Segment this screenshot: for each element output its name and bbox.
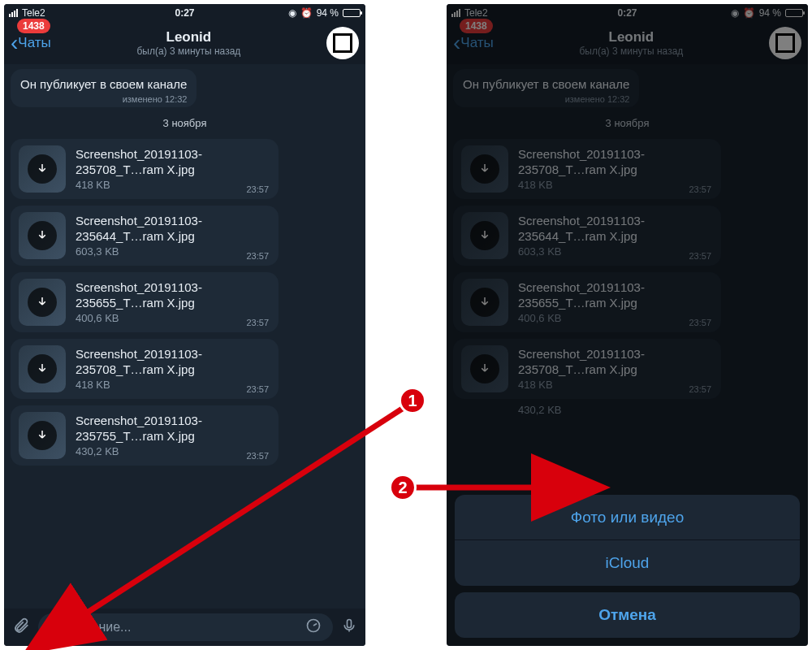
file-list: Screenshot_20191103-235708_T…ram X.jpg41… <box>11 139 359 466</box>
svg-rect-1 <box>348 620 352 628</box>
phone-screenshot-1: Tele2 0:27 ◉ ⏰ 94 % ‹ Чаты 1438 Leonid б… <box>4 4 365 646</box>
unread-badge: 1438 <box>17 19 50 33</box>
file-size: 418 KB <box>76 179 270 191</box>
file-name: Screenshot_20191103-235644_T…ram X.jpg <box>76 214 270 245</box>
file-thumbnail <box>19 145 66 193</box>
file-attachment[interactable]: Screenshot_20191103-235708_T…ram X.jpg41… <box>11 339 279 399</box>
file-attachment[interactable]: Screenshot_20191103-235655_T…ram X.jpg40… <box>11 272 279 332</box>
file-attachment[interactable]: Screenshot_20191103-235755_T…ram X.jpg43… <box>11 405 279 466</box>
avatar-image <box>333 33 352 53</box>
alarm-icon: ⏰ <box>300 7 313 19</box>
back-button[interactable]: ‹ Чаты 1438 <box>11 32 51 54</box>
download-icon[interactable] <box>28 288 57 317</box>
chat-title-block[interactable]: Leonid был(а) 3 минуты назад <box>136 29 240 57</box>
avatar[interactable] <box>326 27 359 59</box>
download-icon[interactable] <box>28 221 57 250</box>
file-size: 400,6 KB <box>76 312 270 324</box>
phone-screenshot-2: Tele2 0:27 ◉ ⏰ 94 % ‹ Чаты 1438 Leonid б… <box>447 4 808 646</box>
signal-icon <box>9 9 18 17</box>
download-icon[interactable] <box>28 154 57 184</box>
download-icon[interactable] <box>28 354 57 384</box>
attach-icon[interactable] <box>12 617 30 638</box>
message-input[interactable]: Сообщение... <box>38 613 333 641</box>
file-name: Screenshot_20191103-235708_T…ram X.jpg <box>76 347 270 378</box>
incoming-message[interactable]: Он публикует в своем канале изменено 12:… <box>11 69 197 107</box>
message-placeholder: Сообщение... <box>50 620 131 635</box>
sheet-icloud[interactable]: iCloud <box>455 540 800 586</box>
chevron-left-icon: ‹ <box>11 32 18 54</box>
file-attachment[interactable]: Screenshot_20191103-235708_T…ram X.jpg41… <box>11 139 279 199</box>
sheet-photo-video[interactable]: Фото или видео <box>455 495 800 540</box>
file-name: Screenshot_20191103-235708_T…ram X.jpg <box>76 147 270 178</box>
download-icon[interactable] <box>28 421 57 450</box>
file-time: 23:57 <box>246 318 269 327</box>
location-icon: ◉ <box>288 7 296 19</box>
carrier-label: Tele2 <box>22 7 45 19</box>
battery-icon <box>343 9 361 17</box>
attach-action-sheet: Фото или видео iCloud Отмена <box>455 495 800 638</box>
file-time: 23:57 <box>246 251 269 261</box>
sticker-icon[interactable] <box>305 618 322 637</box>
chat-scroll[interactable]: Он публикует в своем канале изменено 12:… <box>4 64 365 477</box>
back-label: Чаты <box>18 35 50 51</box>
chat-title: Leonid <box>136 29 240 46</box>
file-thumbnail <box>19 279 66 326</box>
file-name: Screenshot_20191103-235755_T…ram X.jpg <box>76 414 270 444</box>
file-thumbnail <box>19 345 66 392</box>
file-size: 603,3 KB <box>76 245 270 258</box>
callout-2: 2 <box>389 474 417 501</box>
file-attachment[interactable]: Screenshot_20191103-235644_T…ram X.jpg60… <box>11 206 279 266</box>
message-text: Он публикует в своем канале <box>20 77 187 91</box>
clock: 0:27 <box>175 7 194 19</box>
file-time: 23:57 <box>246 384 269 394</box>
message-edited: изменено 12:32 <box>123 94 188 104</box>
file-name: Screenshot_20191103-235655_T…ram X.jpg <box>76 280 270 311</box>
chat-subtitle: был(а) 3 минуты назад <box>136 46 240 57</box>
mic-icon[interactable] <box>341 617 357 638</box>
file-size: 430,2 KB <box>76 445 270 457</box>
date-separator: 3 ноября <box>11 117 359 129</box>
chat-header: ‹ Чаты 1438 Leonid был(а) 3 минуты назад <box>4 22 365 64</box>
file-thumbnail <box>19 412 66 459</box>
battery-percent: 94 % <box>317 7 339 19</box>
status-bar: Tele2 0:27 ◉ ⏰ 94 % <box>4 4 365 22</box>
sheet-cancel[interactable]: Отмена <box>455 592 800 638</box>
callout-1: 1 <box>399 387 426 414</box>
file-thumbnail <box>19 212 66 259</box>
input-bar: Сообщение... <box>4 609 365 646</box>
file-time: 23:57 <box>246 451 269 461</box>
file-size: 418 KB <box>76 379 270 391</box>
file-time: 23:57 <box>246 184 269 194</box>
